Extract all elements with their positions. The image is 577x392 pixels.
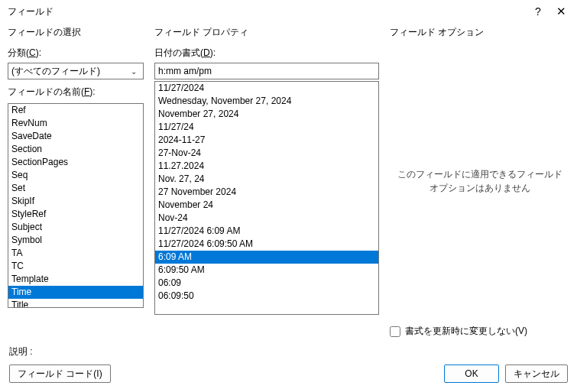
category-label: 分類(C): <box>8 47 144 60</box>
format-label: 日付の書式(D): <box>154 47 379 60</box>
preserve-format-label: 書式を更新時に変更しない(V) <box>405 325 527 338</box>
list-item[interactable]: Set <box>8 182 143 195</box>
list-item[interactable]: Ref <box>8 104 143 117</box>
dialog-title: フィールド <box>8 5 527 18</box>
list-item[interactable]: November 27, 2024 <box>155 108 378 121</box>
section-label-options: フィールド オプション <box>390 26 569 39</box>
list-item[interactable]: Seq <box>8 169 143 182</box>
cancel-button[interactable]: キャンセル <box>505 364 568 383</box>
category-value: (すべてのフィールド) <box>11 65 128 78</box>
fieldnames-label: フィールドの名前(F): <box>8 86 144 99</box>
field-selection-panel: フィールドの選択 分類(C): (すべてのフィールド) ⌄ フィールドの名前(F… <box>8 26 144 344</box>
list-item[interactable]: Template <box>8 273 143 286</box>
list-item[interactable]: 11/27/2024 <box>155 82 378 95</box>
list-item[interactable]: 27 November 2024 <box>155 186 378 199</box>
formats-listbox[interactable]: 11/27/2024Wednesday, November 27, 2024No… <box>154 81 379 315</box>
dialog-body: フィールドの選択 分類(C): (すべてのフィールド) ⌄ フィールドの名前(F… <box>0 23 577 344</box>
chevron-down-icon: ⌄ <box>128 67 140 76</box>
list-item[interactable]: TA <box>8 247 143 260</box>
list-item[interactable]: TC <box>8 260 143 273</box>
fieldcode-button[interactable]: フィールド コード(I) <box>9 364 111 383</box>
list-item[interactable]: 06:09:50 <box>155 290 378 303</box>
list-item[interactable]: Nov-24 <box>155 212 378 225</box>
list-item[interactable]: 06:09 <box>155 277 378 290</box>
list-item[interactable]: RevNum <box>8 117 143 130</box>
section-label-selection: フィールドの選択 <box>8 26 144 39</box>
list-item[interactable]: 11/27/24 <box>155 121 378 134</box>
category-combo[interactable]: (すべてのフィールド) ⌄ <box>8 63 144 79</box>
preserve-format-checkbox[interactable] <box>390 326 400 337</box>
list-item[interactable]: 6:09:50 AM <box>155 264 378 277</box>
options-none-message: このフィールドに適用できるフィールド オプションはありません <box>390 167 569 195</box>
field-options-panel: フィールド オプション このフィールドに適用できるフィールド オプションはありま… <box>390 26 569 344</box>
list-item[interactable]: SkipIf <box>8 195 143 208</box>
preserve-format-row: 書式を更新時に変更しない(V) <box>390 325 569 338</box>
list-item[interactable]: 11/27/2024 6:09:50 AM <box>155 238 378 251</box>
close-button[interactable]: ✕ <box>549 1 572 22</box>
ok-button[interactable]: OK <box>444 364 499 383</box>
format-value: h:mm am/pm <box>158 66 212 76</box>
list-item[interactable]: Wednesday, November 27, 2024 <box>155 95 378 108</box>
list-item[interactable]: Subject <box>8 221 143 234</box>
list-item[interactable]: Title <box>8 299 143 308</box>
list-item[interactable]: StyleRef <box>8 208 143 221</box>
list-item[interactable]: Nov. 27, 24 <box>155 173 378 186</box>
list-item[interactable]: 11.27.2024 <box>155 160 378 173</box>
help-button[interactable]: ? <box>527 1 549 22</box>
fieldnames-listbox[interactable]: RefRevNumSaveDateSectionSectionPagesSeqS… <box>8 103 144 308</box>
format-input[interactable]: h:mm am/pm <box>154 63 379 79</box>
list-item[interactable]: SaveDate <box>8 130 143 143</box>
titlebar: フィールド ? ✕ <box>0 0 577 23</box>
list-item[interactable]: 6:09 AM <box>155 251 378 264</box>
list-item[interactable]: 2024-11-27 <box>155 134 378 147</box>
list-item[interactable]: 27-Nov-24 <box>155 147 378 160</box>
section-label-properties: フィールド プロパティ <box>154 26 379 39</box>
list-item[interactable]: Time <box>8 286 143 299</box>
field-properties-panel: フィールド プロパティ 日付の書式(D): h:mm am/pm 11/27/2… <box>154 26 379 344</box>
footer: フィールド コード(I) OK キャンセル <box>0 364 577 383</box>
list-item[interactable]: Section <box>8 143 143 156</box>
list-item[interactable]: SectionPages <box>8 156 143 169</box>
list-item[interactable]: November 24 <box>155 199 378 212</box>
list-item[interactable]: 11/27/2024 6:09 AM <box>155 225 378 238</box>
list-item[interactable]: Symbol <box>8 234 143 247</box>
description-label: 説明 : <box>9 345 568 358</box>
